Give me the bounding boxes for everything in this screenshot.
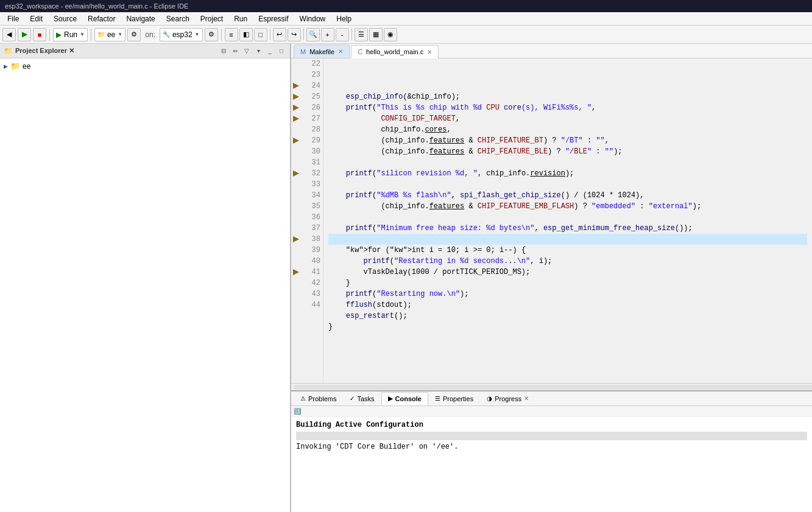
bp-cell-26[interactable] — [291, 102, 301, 113]
toolbar-btn-11[interactable]: ◉ — [384, 28, 397, 41]
bp-cell-40[interactable] — [291, 256, 301, 267]
ln-cell-40: 40 — [301, 256, 323, 267]
target-settings-btn[interactable]: ⚙ — [205, 28, 218, 41]
bp-cell-36[interactable] — [291, 212, 301, 223]
maximize-sidebar-btn[interactable]: □ — [277, 46, 286, 56]
project-ee[interactable]: ▶ 📁 ee — [2, 61, 288, 71]
stop-button[interactable]: ■ — [33, 28, 46, 41]
toolbar-btn-1[interactable]: ≡ — [225, 28, 238, 41]
bp-cell-25[interactable] — [291, 91, 301, 102]
sidebar-title: 📁 Project Explorer ✕ — [4, 47, 74, 55]
tab-tasks[interactable]: ✓ Tasks — [343, 392, 381, 405]
tab-hello-close[interactable]: ✕ — [427, 49, 432, 55]
bp-cell-27[interactable] — [291, 113, 301, 124]
gutter-rows: 2223242526272829303132333435363738394041… — [291, 58, 323, 310]
run-button[interactable]: ▶ — [18, 28, 31, 41]
code-line-33 — [328, 212, 807, 223]
tab-hello-label: hello_world_main.c — [366, 48, 423, 55]
gutter: 2223242526272829303132333435363738394041… — [291, 58, 323, 383]
link-editor-btn[interactable]: ⇔ — [230, 46, 240, 56]
right-panel: M Makefile ✕ C hello_world_main.c ✕ — [291, 44, 812, 512]
ln-cell-30: 30 — [301, 146, 323, 157]
bp-cell-32[interactable] — [291, 168, 301, 179]
ln-cell-31: 31 — [301, 157, 323, 168]
menu-project[interactable]: Project — [196, 13, 228, 24]
bp-cell-34[interactable] — [291, 190, 301, 201]
menu-edit[interactable]: Edit — [25, 13, 48, 24]
code-line-28 — [328, 157, 807, 168]
bp-cell-44[interactable] — [291, 300, 301, 310]
bp-marker-29 — [293, 138, 299, 144]
toolbar-btn-8[interactable]: - — [336, 28, 349, 41]
gutter-row-43: 43 — [291, 289, 323, 300]
sidebar-icons: ⊟ ⇔ ▽ ▾ _ □ — [219, 46, 286, 56]
bp-cell-41[interactable] — [291, 267, 301, 278]
code-line-39: } — [328, 278, 807, 289]
menu-source[interactable]: Source — [49, 13, 82, 24]
tab-console[interactable]: ▶ Console — [381, 392, 428, 405]
code-line-29: printf("silicon revision %d, ", chip_inf… — [328, 168, 807, 179]
bp-cell-43[interactable] — [291, 289, 301, 300]
menu-navigate[interactable]: Navigate — [121, 13, 160, 24]
code-line-43: } — [328, 321, 807, 332]
toolbar-btn-10[interactable]: ▦ — [369, 28, 383, 41]
ln-cell-37: 37 — [301, 223, 323, 234]
target-dropdown[interactable]: 🔧 esp32 ▼ — [160, 28, 203, 41]
toolbar-btn-2[interactable]: ◧ — [239, 28, 253, 41]
toolbar-btn-6[interactable]: 🔍 — [306, 28, 320, 41]
view-menu-btn[interactable]: ▾ — [253, 46, 263, 56]
tab-problems[interactable]: ⚠ Problems — [294, 392, 343, 405]
project-settings-btn[interactable]: ⚙ — [127, 28, 141, 41]
tab-progress-close[interactable]: ✕ — [524, 395, 529, 402]
tab-properties[interactable]: ☰ Properties — [428, 392, 480, 405]
editor-and-bottom: M Makefile ✕ C hello_world_main.c ✕ — [291, 44, 812, 512]
bp-cell-30[interactable] — [291, 146, 301, 157]
minimize-sidebar-btn[interactable]: _ — [265, 46, 275, 56]
bp-cell-31[interactable] — [291, 157, 301, 168]
horizontal-scrollbar[interactable] — [291, 383, 812, 390]
bp-cell-29[interactable] — [291, 135, 301, 146]
menu-file[interactable]: File — [2, 13, 24, 24]
toolbar: ◀ ▶ ■ ▶ Run ▼ 📁 ee ▼ ⚙ on: 🔧 esp32 ▼ ⚙ ≡… — [0, 26, 812, 44]
project-dropdown[interactable]: 📁 ee ▼ — [94, 28, 125, 41]
bp-cell-23[interactable] — [291, 69, 301, 80]
bp-cell-22[interactable] — [291, 58, 301, 69]
tree-arrow-ee: ▶ — [4, 63, 8, 69]
menu-help[interactable]: Help — [331, 13, 356, 24]
tab-makefile-close[interactable]: ✕ — [338, 48, 343, 55]
bp-cell-24[interactable] — [291, 80, 301, 91]
back-button[interactable]: ◀ — [2, 28, 16, 41]
menu-run[interactable]: Run — [229, 13, 252, 24]
menu-window[interactable]: Window — [295, 13, 331, 24]
bp-cell-39[interactable] — [291, 245, 301, 256]
menu-espressif[interactable]: Espressif — [253, 13, 293, 24]
more-toolbar-btns: ≡ ◧ □ ↩ ↪ 🔍 + - ☰ ▦ ◉ — [225, 28, 397, 41]
menu-refactor[interactable]: Refactor — [83, 13, 120, 24]
ln-cell-24: 24 — [301, 80, 323, 91]
filter-btn[interactable]: ▽ — [242, 46, 252, 56]
toolbar-btn-7[interactable]: + — [321, 28, 334, 41]
menu-search[interactable]: Search — [161, 13, 194, 24]
tab-makefile[interactable]: M Makefile ✕ — [294, 44, 350, 58]
console-toolbar-bar — [296, 432, 807, 440]
bp-cell-37[interactable] — [291, 223, 301, 234]
run-config-dropdown[interactable]: ▶ Run ▼ — [53, 28, 88, 41]
tab-progress[interactable]: ◑ Progress ✕ — [480, 392, 535, 405]
bp-marker-41 — [293, 269, 299, 275]
toolbar-btn-9[interactable]: ☰ — [355, 28, 368, 41]
bp-cell-33[interactable] — [291, 179, 301, 190]
bp-cell-28[interactable] — [291, 124, 301, 135]
ln-cell-33: 33 — [301, 179, 323, 190]
bp-cell-38[interactable] — [291, 234, 301, 245]
tab-hello-world[interactable]: C hello_world_main.c ✕ — [351, 45, 439, 58]
gutter-row-24: 24 — [291, 80, 323, 91]
code-lines[interactable]: esp_chip_info(&chip_info); printf("This … — [323, 58, 812, 383]
bp-cell-42[interactable] — [291, 278, 301, 289]
collapse-all-btn[interactable]: ⊟ — [219, 46, 228, 56]
title-bar: esp32_workspace - ee/main/hello_world_ma… — [0, 0, 812, 12]
toolbar-btn-5[interactable]: ↪ — [288, 28, 301, 41]
console-line-2: Invoking 'CDT Core Builder' on '/ee'. — [296, 441, 807, 452]
bp-cell-35[interactable] — [291, 201, 301, 212]
toolbar-btn-4[interactable]: ↩ — [273, 28, 286, 41]
toolbar-btn-3[interactable]: □ — [254, 28, 267, 41]
